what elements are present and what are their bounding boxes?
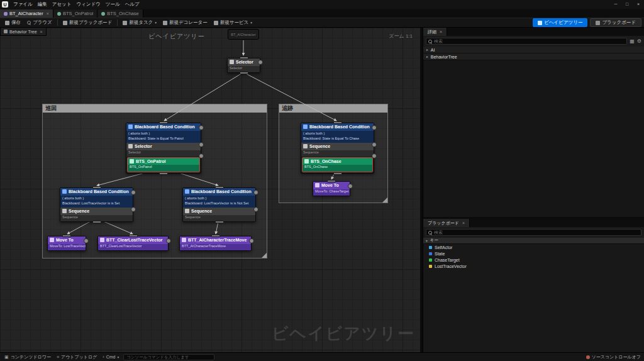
close-icon[interactable]: × — [462, 221, 465, 225]
close-icon[interactable]: × — [47, 11, 49, 16]
blackboard-mode-button[interactable]: ブラックボード — [590, 18, 641, 27]
output-pin[interactable] — [333, 172, 342, 175]
blackboard-key-losttracevector[interactable]: LostTraceVector — [423, 263, 644, 269]
input-pin[interactable] — [211, 235, 220, 237]
input-pin[interactable] — [327, 180, 336, 182]
details-search-input[interactable] — [434, 39, 625, 43]
output-pin[interactable] — [215, 221, 224, 223]
close-icon[interactable]: × — [40, 30, 43, 34]
output-log-label: アウトプットログ — [61, 354, 97, 360]
console-command-input[interactable] — [123, 354, 214, 360]
order-badge — [253, 207, 258, 212]
new-blackboard-icon — [63, 21, 67, 25]
menu-window[interactable]: ウィンドウ — [74, 0, 103, 9]
task-trace-move-node[interactable]: BTT_AICharacterTraceMove BTT_AICharacter… — [179, 236, 252, 251]
service-asset-icon — [57, 12, 61, 16]
task-title: BTT_AICharacterTraceMove — [188, 238, 247, 243]
graph-document-tab[interactable]: Behavior Tree × — [0, 28, 47, 36]
selector-root-node[interactable]: Selector Selector — [227, 58, 260, 73]
new-blackboard-button[interactable]: 新規ブラックボード — [60, 18, 115, 27]
decorator-mode: ( aborts both ) — [60, 196, 133, 201]
blackboard-search-input[interactable] — [434, 230, 639, 235]
menu-file[interactable]: ファイル — [11, 0, 35, 9]
task-moveto-lost-node[interactable]: Move To MoveTo: LostTraceVector — [47, 236, 86, 251]
input-pin[interactable] — [129, 235, 138, 237]
task-clear-lost-node[interactable]: BTT_ClearLostTraceVector BTT_ClearLostTr… — [97, 236, 169, 251]
root-node[interactable]: BT_AICharacter — [228, 29, 259, 40]
input-pin[interactable] — [62, 235, 71, 237]
composite-subtitle: Sequence — [301, 150, 374, 155]
input-pin[interactable] — [159, 121, 168, 124]
status-bar: ▣ コンテンツドロワー ≡ アウトプットログ › Cmd ▾ ソースコントロール… — [0, 352, 644, 361]
tab-bts-onpatrol[interactable]: BTS_OnPatrol — [53, 9, 97, 18]
minimize-icon[interactable]: ─ — [610, 0, 621, 9]
mode-switch-group: ビヘイビアツリー ブラックボード — [533, 18, 641, 27]
order-badge — [249, 238, 254, 243]
tab-label: BT_AICharacter — [9, 11, 43, 16]
display-filter-icon[interactable]: ▦ — [630, 39, 635, 44]
menu-help[interactable]: ヘルプ — [123, 0, 142, 9]
category-label: BehaviorTree — [431, 55, 457, 59]
patrol-main-node[interactable]: Blackboard Based Condition ( aborts both… — [126, 123, 201, 174]
patrol-left-sequence-node[interactable]: Blackboard Based Condition ( aborts both… — [60, 187, 133, 222]
tab-bts-onchase[interactable]: BTS_OnChase — [97, 9, 143, 18]
details-category-ai[interactable]: ▸ AI — [423, 47, 644, 53]
output-pin[interactable] — [240, 72, 248, 74]
details-search-box[interactable] — [426, 38, 627, 45]
task-moveto-chase-node[interactable]: Move To MoveTo: ChaseTarget — [313, 181, 350, 196]
composite-subtitle: Sequence — [60, 215, 133, 220]
order-badge — [166, 238, 171, 243]
service-block-onpatrol[interactable]: BTS_OnPatrol BTS_OnPatrol — [127, 157, 200, 172]
content-drawer-button[interactable]: ▣ コンテンツドロワー — [3, 354, 52, 360]
blackboard-key-selfactor[interactable]: SelfActor — [423, 244, 644, 250]
new-task-button[interactable]: 新規タスク ▾ — [120, 18, 159, 27]
cmd-dropdown[interactable]: › Cmd ▾ — [101, 355, 120, 359]
output-log-button[interactable]: ≡ アウトプットログ — [55, 354, 98, 360]
tab-blackboard[interactable]: ブラックボード × — [423, 219, 470, 227]
blackboard-key-chasetarget[interactable]: ChaseTarget — [423, 257, 644, 263]
menu-tools[interactable]: ツール — [103, 0, 123, 9]
menu-asset[interactable]: アセット — [50, 0, 74, 9]
order-badge — [253, 190, 258, 195]
browse-button[interactable]: ブラウズ — [25, 18, 55, 27]
composite-title: Sequence — [309, 144, 330, 149]
task-title: Move To — [56, 238, 74, 243]
decorator-title: Blackboard Based Condition — [135, 125, 195, 130]
search-icon — [428, 40, 432, 43]
blackboard-search-box[interactable] — [426, 229, 641, 236]
close-icon[interactable]: × — [440, 30, 442, 34]
blackboard-key-state[interactable]: State — [423, 250, 644, 257]
behavior-tree-graph-canvas[interactable]: Behavior Tree × ビヘイビアツリー ズーム 1:1 ビヘイビアツリ… — [0, 28, 420, 352]
output-pin[interactable] — [159, 172, 168, 175]
details-category-behaviortree[interactable]: ▸ BehaviorTree — [423, 53, 644, 60]
service-title: BTS_OnChase — [311, 159, 341, 164]
tab-details[interactable]: 詳細 × — [423, 28, 447, 36]
source-control-button[interactable]: ソースコントロールオフ — [586, 354, 641, 360]
order-badge — [84, 238, 89, 243]
root-node-label: BT_AICharacter — [231, 33, 255, 36]
new-service-button[interactable]: 新規サービス ▾ — [211, 18, 255, 27]
output-pin[interactable] — [92, 221, 101, 223]
service-block-onchase[interactable]: BTS_OnChase BTS_OnChase — [302, 157, 373, 172]
save-label: 保存 — [11, 19, 21, 26]
save-button[interactable]: 保存 — [3, 18, 23, 27]
chase-main-node[interactable]: Blackboard Based Condition ( aborts both… — [301, 123, 374, 174]
input-pin[interactable] — [215, 186, 224, 189]
blackboard-icon — [596, 21, 600, 25]
patrol-right-sequence-node[interactable]: Blackboard Based Condition ( aborts both… — [182, 187, 256, 222]
settings-gear-icon[interactable]: ⚙ — [637, 39, 641, 44]
behavior-tree-mode-button[interactable]: ビヘイビアツリー — [533, 18, 587, 27]
input-pin[interactable] — [333, 121, 342, 124]
new-decorator-button[interactable]: 新規デコレーター — [160, 18, 210, 27]
order-badge — [199, 142, 204, 147]
blackboard-keys-category[interactable]: ▾ キー — [423, 238, 644, 244]
details-tab-bar: 詳細 × — [423, 28, 644, 36]
maximize-icon[interactable]: □ — [621, 0, 633, 9]
chevron-right-icon: ▸ — [426, 48, 428, 52]
input-pin[interactable] — [92, 186, 101, 189]
tab-bt-aicharacter[interactable]: BT_AICharacter × — [0, 9, 53, 18]
input-pin[interactable] — [240, 57, 248, 59]
close-icon[interactable]: × — [633, 0, 644, 9]
menu-edit[interactable]: 編集 — [35, 0, 50, 9]
tab-label: BTS_OnPatrol — [63, 11, 93, 16]
